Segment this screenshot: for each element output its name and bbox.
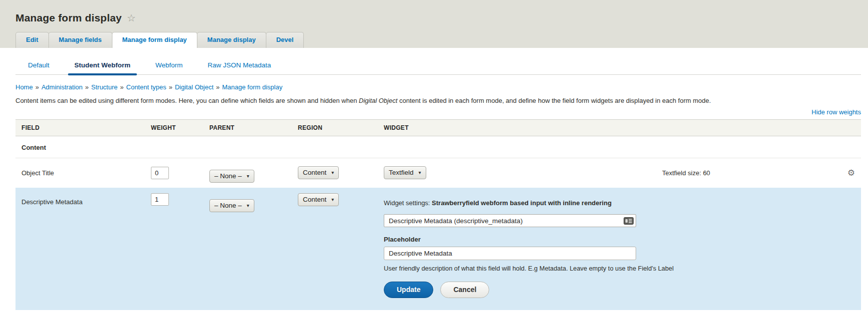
page-title: Manage form display xyxy=(15,12,122,24)
breadcrumb-link-home[interactable]: Home xyxy=(15,83,33,91)
breadcrumb: Home»Administration»Structure»Content ty… xyxy=(15,83,853,91)
breadcrumb-link-manage-form-display[interactable]: Manage form display xyxy=(222,83,283,91)
webform-field-select[interactable]: Descriptive Metadata (descriptive_metada… xyxy=(384,214,636,227)
update-button[interactable]: Update xyxy=(384,282,433,298)
table-row-object-title: Object Title – None – ▾ Content ▾ xyxy=(15,158,861,188)
breadcrumb-link-content-types[interactable]: Content types xyxy=(126,83,166,91)
widget-select-object-title[interactable]: Textfield ▾ xyxy=(384,166,426,179)
region-group-row-content: Content xyxy=(15,136,861,158)
breadcrumb-separator: » xyxy=(216,83,219,91)
breadcrumb-link-structure[interactable]: Structure xyxy=(91,83,118,91)
chevron-down-icon: ▾ xyxy=(247,173,249,179)
chevron-down-icon: ▾ xyxy=(247,203,249,208)
page-header: Manage form display ☆ Edit Manage fields… xyxy=(0,0,868,48)
placeholder-input[interactable] xyxy=(384,247,636,260)
tab-devel[interactable]: Devel xyxy=(266,32,304,48)
field-label: Descriptive Metadata xyxy=(15,188,145,310)
region-group-label: Content xyxy=(15,136,861,158)
subtab-default[interactable]: Default xyxy=(15,57,62,74)
tab-edit[interactable]: Edit xyxy=(15,32,49,48)
table-header-row: FIELD WEIGHT PARENT REGION WIDGET xyxy=(15,119,861,136)
column-header-region: REGION xyxy=(292,119,378,136)
widget-name: Strawberryfield webform based input with… xyxy=(432,199,612,207)
chevron-down-icon: ▾ xyxy=(419,170,421,175)
breadcrumb-separator: » xyxy=(35,83,39,91)
favorite-star-icon[interactable]: ☆ xyxy=(127,13,136,23)
breadcrumb-link-administration[interactable]: Administration xyxy=(41,83,82,91)
hide-row-weights-link[interactable]: Hide row weights xyxy=(812,108,861,116)
description-italic-content-type: Digital Object xyxy=(359,97,397,104)
field-label: Object Title xyxy=(15,158,145,188)
column-header-parent: PARENT xyxy=(203,119,292,136)
widget-settings-panel: Widget settings: Strawberryfield webform… xyxy=(378,188,861,310)
column-header-weight: WEIGHT xyxy=(145,119,203,136)
form-display-table: FIELD WEIGHT PARENT REGION WIDGET Conten… xyxy=(15,119,861,311)
column-header-field: FIELD xyxy=(15,119,145,136)
region-select-descriptive-metadata[interactable]: Content ▾ xyxy=(298,193,339,206)
parent-select-descriptive-metadata[interactable]: – None – ▾ xyxy=(209,199,254,212)
cancel-button[interactable]: Cancel xyxy=(440,282,489,298)
tab-manage-form-display[interactable]: Manage form display xyxy=(112,32,197,48)
widget-summary-object-title: Textfield size: 60 xyxy=(656,158,825,188)
column-header-widget: WIDGET xyxy=(378,119,656,136)
breadcrumb-separator: » xyxy=(120,83,123,91)
region-select-object-title[interactable]: Content ▾ xyxy=(298,166,339,179)
page: Manage form display ☆ Edit Manage fields… xyxy=(0,0,868,310)
weight-input-descriptive-metadata[interactable] xyxy=(151,193,169,206)
tab-manage-display[interactable]: Manage display xyxy=(197,32,266,48)
weight-input-object-title[interactable] xyxy=(151,167,169,179)
placeholder-label: Placeholder xyxy=(384,236,855,243)
subtab-webform[interactable]: Webform xyxy=(143,57,195,74)
chevron-down-icon: ▾ xyxy=(331,197,334,202)
breadcrumb-link-digital-object[interactable]: Digital Object xyxy=(175,83,213,91)
breadcrumb-separator: » xyxy=(85,83,88,91)
form-mode-tabs: Default Student Webform Webform Raw JSON… xyxy=(15,57,861,75)
subtab-raw-json-metadata[interactable]: Raw JSON Metadata xyxy=(195,57,284,74)
breadcrumb-separator: » xyxy=(169,83,172,91)
subtab-student-webform[interactable]: Student Webform xyxy=(62,57,143,74)
widget-settings-heading: Widget settings: Strawberryfield webform… xyxy=(384,199,855,207)
tab-manage-fields[interactable]: Manage fields xyxy=(48,32,112,48)
list-select-icon xyxy=(624,217,634,225)
table-row-descriptive-metadata: Descriptive Metadata – None – ▾ Content … xyxy=(15,188,861,310)
hide-row-weights: Hide row weights xyxy=(0,108,861,116)
placeholder-help-text: User friendly description of what this f… xyxy=(384,265,855,272)
column-header-edit xyxy=(825,119,861,136)
column-header-summary xyxy=(656,119,825,136)
gear-icon[interactable]: ⚙ xyxy=(848,168,855,178)
page-description: Content items can be edited using differ… xyxy=(15,96,853,106)
parent-select-object-title[interactable]: – None – ▾ xyxy=(209,170,254,183)
primary-tabs: Edit Manage fields Manage form display M… xyxy=(15,32,868,48)
chevron-down-icon: ▾ xyxy=(331,170,334,175)
